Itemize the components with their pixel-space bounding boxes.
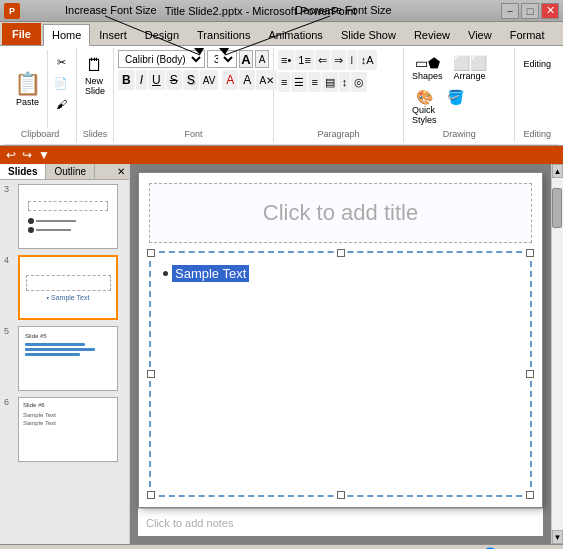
- tab-file[interactable]: File: [2, 23, 41, 45]
- canvas-area: Click to add title Sample Text: [130, 164, 551, 544]
- sample-text-line: Sample Text: [163, 265, 518, 282]
- window-title: Title Slide2.pptx - Microsoft PowerPoint: [20, 5, 501, 17]
- tab-format[interactable]: Format: [501, 23, 554, 45]
- bullet-dot: [163, 271, 168, 276]
- bullets-button[interactable]: ≡•: [278, 50, 294, 70]
- shadow-button[interactable]: S: [183, 70, 199, 90]
- tab-insert[interactable]: Insert: [90, 23, 136, 45]
- font-size-select[interactable]: 32: [207, 50, 237, 68]
- drawing-label: Drawing: [408, 128, 510, 140]
- font-color-button[interactable]: A: [222, 70, 238, 90]
- vertical-scrollbar: ▲ ▼: [551, 164, 563, 544]
- align-center-button[interactable]: ☰: [291, 72, 307, 92]
- slide-thumbnail-6[interactable]: Slide #6 Sample Text Sample Text: [18, 397, 118, 462]
- slide-list: 3 4 • Sample Text: [0, 180, 129, 544]
- numbering-button[interactable]: 1≡: [295, 50, 314, 70]
- paragraph-label: Paragraph: [278, 128, 399, 140]
- handle-middle-right[interactable]: [526, 370, 534, 378]
- selection-handles: [151, 253, 530, 495]
- tab-transitions[interactable]: Transitions: [188, 23, 259, 45]
- editing-button[interactable]: Editing: [519, 54, 555, 74]
- content-area[interactable]: Sample Text: [149, 251, 532, 497]
- tab-animations[interactable]: Animations: [259, 23, 331, 45]
- ribbon-panel: 📋 Paste ✂ 📄 🖌 Clipboard: [0, 46, 563, 146]
- editing-label: Editing: [519, 128, 555, 140]
- format-painter-button[interactable]: 🖌: [50, 94, 72, 114]
- new-slide-button[interactable]: 🗒 NewSlide: [81, 52, 109, 99]
- status-bar: Slide 4 of 6 "Office Theme" ✓ English (C…: [0, 544, 563, 549]
- scroll-up-button[interactable]: ▲: [552, 164, 563, 178]
- font-label: Font: [118, 128, 269, 140]
- increase-font-size-button[interactable]: A: [239, 50, 253, 68]
- slide-panel: Slides Outline ✕ 3 4: [0, 164, 130, 544]
- scroll-track[interactable]: [552, 178, 563, 530]
- copy-button[interactable]: 📄: [50, 73, 72, 93]
- undo-button[interactable]: ↩: [4, 148, 18, 162]
- handle-bottom-left[interactable]: [147, 491, 155, 499]
- text-highlight-button[interactable]: A: [239, 70, 255, 90]
- ribbon-tabs: File Home Insert Design Transitions Anim…: [0, 22, 563, 46]
- handle-middle-left[interactable]: [147, 370, 155, 378]
- increase-indent-button[interactable]: ⇒: [331, 50, 346, 70]
- bold-button[interactable]: B: [118, 70, 135, 90]
- slide-canvas: Click to add title Sample Text: [138, 172, 543, 508]
- app-icon: P: [4, 3, 20, 19]
- minimize-button[interactable]: −: [501, 3, 519, 19]
- quick-styles-button[interactable]: 🎨 QuickStyles: [408, 86, 441, 128]
- align-left-button[interactable]: ≡: [278, 72, 290, 92]
- font-family-select[interactable]: Calibri (Body): [118, 50, 205, 68]
- char-spacing-button[interactable]: AV: [200, 70, 219, 90]
- handle-bottom-center[interactable]: [337, 491, 345, 499]
- title-placeholder[interactable]: Click to add title: [149, 183, 532, 243]
- tab-slideshow[interactable]: Slide Show: [332, 23, 405, 45]
- decrease-indent-button[interactable]: ⇐: [315, 50, 330, 70]
- shapes-button[interactable]: ▭⬟ Shapes: [408, 52, 447, 84]
- line-spacing-button[interactable]: ↕: [339, 72, 351, 92]
- align-right-button[interactable]: ≡: [308, 72, 320, 92]
- quick-access-toolbar: ↩ ↪ ▼: [0, 146, 563, 164]
- slide-thumbnail-4[interactable]: • Sample Text: [18, 255, 118, 320]
- list-item[interactable]: 4 • Sample Text: [4, 255, 125, 320]
- handle-bottom-right[interactable]: [526, 491, 534, 499]
- panel-tabs: Slides Outline ✕: [0, 164, 129, 180]
- panel-close-button[interactable]: ✕: [113, 164, 129, 179]
- clipboard-label: Clipboard: [8, 128, 72, 140]
- arrange-button[interactable]: ⬜⬜ Arrange: [449, 52, 491, 84]
- paste-button[interactable]: 📋 Paste: [8, 50, 48, 128]
- handle-top-right[interactable]: [526, 249, 534, 257]
- handle-top-left[interactable]: [147, 249, 155, 257]
- list-item[interactable]: 6 Slide #6 Sample Text Sample Text: [4, 397, 125, 462]
- decrease-font-size-button[interactable]: A: [255, 50, 269, 68]
- redo-button[interactable]: ↪: [20, 148, 34, 162]
- columns-button[interactable]: ⁞: [347, 50, 357, 70]
- maximize-button[interactable]: □: [521, 3, 539, 19]
- list-item[interactable]: 3: [4, 184, 125, 249]
- sample-text[interactable]: Sample Text: [172, 265, 249, 282]
- handle-top-center[interactable]: [337, 249, 345, 257]
- scroll-down-button[interactable]: ▼: [552, 530, 563, 544]
- main-area: Slides Outline ✕ 3 4: [0, 164, 563, 544]
- scroll-thumb[interactable]: [552, 188, 562, 228]
- tab-view[interactable]: View: [459, 23, 501, 45]
- text-direction-button[interactable]: ↕A: [358, 50, 377, 70]
- italic-button[interactable]: I: [136, 70, 147, 90]
- cut-button[interactable]: ✂: [50, 52, 72, 72]
- slide-thumbnail-3[interactable]: [18, 184, 118, 249]
- tab-design[interactable]: Design: [136, 23, 188, 45]
- justify-button[interactable]: ▤: [322, 72, 338, 92]
- strikethrough-button[interactable]: S: [166, 70, 182, 90]
- slides-label: Slides: [81, 128, 109, 140]
- slide-thumbnail-5[interactable]: Slide #5: [18, 326, 118, 391]
- close-button[interactable]: ✕: [541, 3, 559, 19]
- tab-home[interactable]: Home: [43, 24, 90, 46]
- tab-slides[interactable]: Slides: [0, 164, 46, 179]
- underline-button[interactable]: U: [148, 70, 165, 90]
- tab-review[interactable]: Review: [405, 23, 459, 45]
- notes-placeholder: Click to add notes: [146, 517, 233, 529]
- list-item[interactable]: 5 Slide #5: [4, 326, 125, 391]
- shape-fill-button[interactable]: 🪣: [443, 86, 468, 108]
- notes-area[interactable]: Click to add notes: [138, 508, 543, 536]
- qat-more-button[interactable]: ▼: [36, 148, 52, 162]
- tab-outline[interactable]: Outline: [46, 164, 95, 179]
- convert-smartart-button[interactable]: ◎: [351, 72, 367, 92]
